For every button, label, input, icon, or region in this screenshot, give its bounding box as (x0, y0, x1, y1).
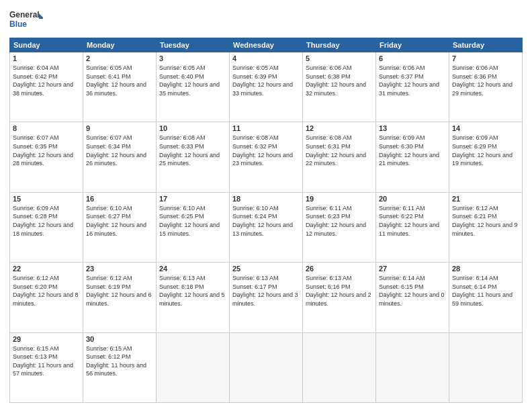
calendar-cell: 9 Sunrise: 6:07 AMSunset: 6:34 PMDayligh… (83, 122, 157, 192)
day-number: 14 (452, 124, 519, 132)
calendar-cell: 1 Sunrise: 6:04 AMSunset: 6:42 PMDayligh… (10, 52, 83, 122)
calendar-week-row: 29 Sunrise: 6:15 AMSunset: 6:13 PMDaylig… (10, 332, 523, 402)
day-info: Sunrise: 6:10 AMSunset: 6:27 PMDaylight:… (86, 205, 146, 237)
day-info: Sunrise: 6:13 AMSunset: 6:18 PMDaylight:… (159, 275, 225, 307)
day-number: 28 (452, 265, 519, 273)
calendar-cell (230, 332, 303, 402)
day-number: 1 (13, 54, 80, 62)
day-info: Sunrise: 6:09 AMSunset: 6:30 PMDaylight:… (379, 134, 439, 167)
calendar-cell: 13 Sunrise: 6:09 AMSunset: 6:30 PMDaylig… (376, 122, 449, 192)
calendar-cell: 19 Sunrise: 6:11 AMSunset: 6:23 PMDaylig… (303, 192, 376, 262)
day-info: Sunrise: 6:13 AMSunset: 6:16 PMDaylight:… (306, 275, 371, 307)
day-number: 29 (13, 335, 80, 343)
svg-text:Blue: Blue (9, 19, 27, 29)
day-number: 19 (306, 195, 373, 203)
svg-marker-2 (39, 13, 43, 19)
day-info: Sunrise: 6:14 AMSunset: 6:14 PMDaylight:… (452, 275, 513, 307)
calendar-cell: 23 Sunrise: 6:12 AMSunset: 6:19 PMDaylig… (83, 263, 157, 332)
day-number: 9 (86, 124, 153, 132)
day-info: Sunrise: 6:13 AMSunset: 6:17 PMDaylight:… (232, 275, 298, 307)
calendar-cell (449, 332, 523, 402)
dow-header: Friday (376, 38, 449, 52)
dow-header: Monday (83, 38, 157, 52)
calendar-cell: 18 Sunrise: 6:10 AMSunset: 6:24 PMDaylig… (230, 192, 303, 262)
calendar-cell: 3 Sunrise: 6:05 AMSunset: 6:40 PMDayligh… (157, 52, 230, 122)
day-number: 22 (13, 265, 80, 273)
header: General Blue (9, 8, 523, 32)
days-of-week-row: SundayMondayTuesdayWednesdayThursdayFrid… (10, 38, 523, 52)
logo: General Blue (9, 8, 43, 32)
day-info: Sunrise: 6:12 AMSunset: 6:20 PMDaylight:… (13, 275, 79, 307)
day-info: Sunrise: 6:06 AMSunset: 6:38 PMDaylight:… (306, 64, 366, 97)
day-info: Sunrise: 6:15 AMSunset: 6:13 PMDaylight:… (13, 345, 73, 377)
calendar-cell: 17 Sunrise: 6:10 AMSunset: 6:25 PMDaylig… (157, 192, 230, 262)
day-number: 24 (159, 265, 226, 273)
day-info: Sunrise: 6:11 AMSunset: 6:23 PMDaylight:… (306, 205, 366, 237)
day-number: 13 (379, 124, 446, 132)
day-number: 11 (232, 124, 300, 132)
calendar-cell: 10 Sunrise: 6:08 AMSunset: 6:33 PMDaylig… (157, 122, 230, 192)
day-number: 21 (452, 195, 519, 203)
svg-text:General: General (9, 10, 40, 19)
calendar-week-row: 15 Sunrise: 6:09 AMSunset: 6:28 PMDaylig… (10, 192, 523, 262)
calendar-cell: 5 Sunrise: 6:06 AMSunset: 6:38 PMDayligh… (303, 52, 376, 122)
day-info: Sunrise: 6:12 AMSunset: 6:19 PMDaylight:… (86, 275, 152, 307)
calendar-cell: 26 Sunrise: 6:13 AMSunset: 6:16 PMDaylig… (303, 263, 376, 332)
calendar-cell: 27 Sunrise: 6:14 AMSunset: 6:15 PMDaylig… (376, 263, 449, 332)
day-number: 18 (232, 195, 300, 203)
calendar-body: 1 Sunrise: 6:04 AMSunset: 6:42 PMDayligh… (10, 52, 523, 403)
dow-header: Tuesday (157, 38, 230, 52)
day-number: 5 (306, 54, 373, 62)
calendar-cell: 15 Sunrise: 6:09 AMSunset: 6:28 PMDaylig… (10, 192, 83, 262)
dow-header: Thursday (303, 38, 376, 52)
calendar: SundayMondayTuesdayWednesdayThursdayFrid… (9, 38, 523, 403)
calendar-cell: 16 Sunrise: 6:10 AMSunset: 6:27 PMDaylig… (83, 192, 157, 262)
day-number: 6 (379, 54, 446, 62)
day-number: 2 (86, 54, 153, 62)
day-info: Sunrise: 6:05 AMSunset: 6:40 PMDaylight:… (159, 64, 220, 97)
day-number: 16 (86, 195, 153, 203)
calendar-cell: 12 Sunrise: 6:08 AMSunset: 6:31 PMDaylig… (303, 122, 376, 192)
day-info: Sunrise: 6:05 AMSunset: 6:39 PMDaylight:… (232, 64, 293, 97)
day-info: Sunrise: 6:06 AMSunset: 6:37 PMDaylight:… (379, 64, 439, 97)
day-info: Sunrise: 6:08 AMSunset: 6:31 PMDaylight:… (306, 134, 366, 167)
day-number: 26 (306, 265, 373, 273)
calendar-cell: 6 Sunrise: 6:06 AMSunset: 6:37 PMDayligh… (376, 52, 449, 122)
calendar-cell: 14 Sunrise: 6:09 AMSunset: 6:29 PMDaylig… (449, 122, 523, 192)
day-info: Sunrise: 6:08 AMSunset: 6:33 PMDaylight:… (159, 134, 220, 167)
day-number: 23 (86, 265, 153, 273)
calendar-cell (303, 332, 376, 402)
day-number: 17 (159, 195, 226, 203)
day-info: Sunrise: 6:07 AMSunset: 6:34 PMDaylight:… (86, 134, 146, 167)
day-info: Sunrise: 6:15 AMSunset: 6:12 PMDaylight:… (86, 345, 146, 377)
dow-header: Wednesday (230, 38, 303, 52)
day-number: 27 (379, 265, 446, 273)
calendar-cell: 8 Sunrise: 6:07 AMSunset: 6:35 PMDayligh… (10, 122, 83, 192)
calendar-cell: 2 Sunrise: 6:05 AMSunset: 6:41 PMDayligh… (83, 52, 157, 122)
day-number: 12 (306, 124, 373, 132)
day-number: 20 (379, 195, 446, 203)
dow-header: Sunday (10, 38, 83, 52)
day-info: Sunrise: 6:09 AMSunset: 6:29 PMDaylight:… (452, 134, 513, 167)
day-info: Sunrise: 6:07 AMSunset: 6:35 PMDaylight:… (13, 134, 73, 167)
day-info: Sunrise: 6:10 AMSunset: 6:25 PMDaylight:… (159, 205, 220, 237)
day-info: Sunrise: 6:12 AMSunset: 6:21 PMDaylight:… (452, 205, 518, 237)
calendar-cell: 11 Sunrise: 6:08 AMSunset: 6:32 PMDaylig… (230, 122, 303, 192)
day-info: Sunrise: 6:09 AMSunset: 6:28 PMDaylight:… (13, 205, 73, 237)
calendar-cell (157, 332, 230, 402)
day-info: Sunrise: 6:05 AMSunset: 6:41 PMDaylight:… (86, 64, 146, 97)
calendar-cell (376, 332, 449, 402)
day-number: 15 (13, 195, 80, 203)
day-info: Sunrise: 6:04 AMSunset: 6:42 PMDaylight:… (13, 64, 73, 97)
calendar-cell: 4 Sunrise: 6:05 AMSunset: 6:39 PMDayligh… (230, 52, 303, 122)
calendar-cell: 24 Sunrise: 6:13 AMSunset: 6:18 PMDaylig… (157, 263, 230, 332)
day-info: Sunrise: 6:10 AMSunset: 6:24 PMDaylight:… (232, 205, 293, 237)
day-number: 30 (86, 335, 153, 343)
day-number: 8 (13, 124, 80, 132)
calendar-week-row: 22 Sunrise: 6:12 AMSunset: 6:20 PMDaylig… (10, 263, 523, 332)
calendar-week-row: 1 Sunrise: 6:04 AMSunset: 6:42 PMDayligh… (10, 52, 523, 122)
day-number: 4 (232, 54, 300, 62)
calendar-week-row: 8 Sunrise: 6:07 AMSunset: 6:35 PMDayligh… (10, 122, 523, 192)
calendar-cell: 29 Sunrise: 6:15 AMSunset: 6:13 PMDaylig… (10, 332, 83, 402)
logo-svg: General Blue (9, 8, 43, 32)
